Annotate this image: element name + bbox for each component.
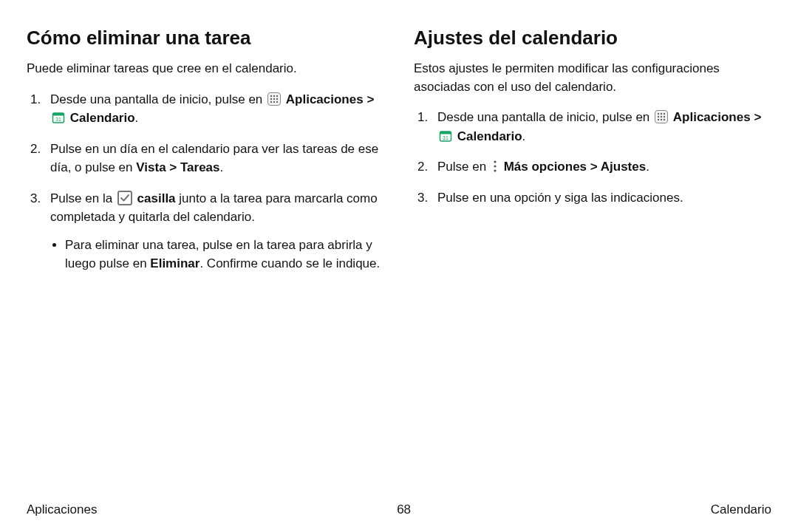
left-title: Cómo eliminar una tarea <box>27 27 384 50</box>
svg-point-26 <box>494 170 496 172</box>
casilla-label: casilla <box>137 191 176 205</box>
calendar-icon: 31 <box>439 129 452 143</box>
period: . <box>646 160 649 174</box>
separator: > <box>364 92 375 106</box>
svg-point-19 <box>661 119 662 120</box>
mas-opciones-label: Más opciones > Ajustes <box>504 160 647 174</box>
svg-point-3 <box>270 98 272 99</box>
footer-right: Calendario <box>711 502 771 517</box>
svg-point-6 <box>270 100 272 102</box>
svg-point-14 <box>664 113 665 115</box>
period: . <box>522 129 526 143</box>
two-column-layout: Cómo eliminar una tarea Puede eliminar t… <box>27 27 771 494</box>
calendar-icon: 31 <box>52 111 65 124</box>
step-text: Pulse en una opción y siga las indicacio… <box>437 191 683 205</box>
checkbox-icon <box>117 191 132 205</box>
right-column: Ajustes del calendario Estos ajustes le … <box>414 27 771 494</box>
svg-point-5 <box>276 98 278 99</box>
right-title: Ajustes del calendario <box>414 27 771 50</box>
svg-point-2 <box>276 95 278 96</box>
right-step-1: Desde una pantalla de inicio, pulse en A… <box>432 108 771 146</box>
svg-text:31: 31 <box>55 117 61 122</box>
page-footer: Aplicaciones 68 Calendario <box>27 494 771 517</box>
calendar-label: Calendario <box>457 129 522 143</box>
calendar-label: Calendario <box>70 111 135 125</box>
step-text: Desde una pantalla de inicio, pulse en <box>437 110 653 124</box>
svg-text:31: 31 <box>443 134 449 140</box>
more-options-icon <box>491 160 499 173</box>
step-text: Desde una pantalla de inicio, pulse en <box>50 92 266 106</box>
footer-left: Aplicaciones <box>27 502 97 517</box>
svg-point-17 <box>664 116 665 117</box>
left-step-1: Desde una pantalla de inicio, pulse en A… <box>44 90 384 128</box>
apps-grid-icon <box>655 110 668 123</box>
right-intro: Estos ajustes le permiten modificar las … <box>414 60 771 96</box>
period: . <box>135 111 139 125</box>
eliminar-label: Eliminar <box>150 256 200 270</box>
svg-point-4 <box>273 98 275 99</box>
left-column: Cómo eliminar una tarea Puede eliminar t… <box>27 27 384 494</box>
svg-point-12 <box>658 113 659 115</box>
left-step-3-sub: Para eliminar una tarea, pulse en la tar… <box>65 236 384 273</box>
right-step-2: Pulse en Más opciones > Ajustes. <box>432 157 771 177</box>
left-intro: Puede eliminar tareas que cree en el cal… <box>27 60 384 78</box>
apps-grid-icon <box>267 92 281 106</box>
svg-point-16 <box>661 116 662 117</box>
svg-point-0 <box>270 95 272 96</box>
svg-point-13 <box>661 113 662 115</box>
step-text: Pulse en <box>437 160 490 174</box>
svg-point-20 <box>664 119 665 120</box>
footer-page-number: 68 <box>397 502 411 517</box>
step-text: Pulse en la <box>50 191 116 205</box>
svg-point-25 <box>494 166 496 168</box>
svg-point-15 <box>658 116 659 117</box>
vista-tareas: Vista > Tareas <box>136 160 219 174</box>
separator: > <box>751 110 762 124</box>
left-step-3: Pulse en la casilla junto a la tarea par… <box>44 189 384 273</box>
svg-point-24 <box>494 161 496 163</box>
svg-point-1 <box>273 95 275 96</box>
right-step-3: Pulse en una opción y siga las indicacio… <box>432 188 771 208</box>
period: . <box>220 160 224 174</box>
svg-rect-10 <box>53 113 64 116</box>
svg-point-18 <box>658 119 659 120</box>
apps-label: Aplicaciones <box>286 92 364 106</box>
left-steps: Desde una pantalla de inicio, pulse en A… <box>27 90 384 273</box>
svg-point-8 <box>276 100 278 102</box>
svg-rect-22 <box>440 132 451 134</box>
left-step-2: Pulse en un día en el calendario para ve… <box>44 140 384 177</box>
svg-point-7 <box>273 100 275 102</box>
sub-text: . Confirme cuando se le indique. <box>200 256 380 270</box>
right-steps: Desde una pantalla de inicio, pulse en A… <box>414 108 771 207</box>
left-step-3-sublist: Para eliminar una tarea, pulse en la tar… <box>50 236 384 273</box>
apps-label: Aplicaciones <box>673 110 751 124</box>
